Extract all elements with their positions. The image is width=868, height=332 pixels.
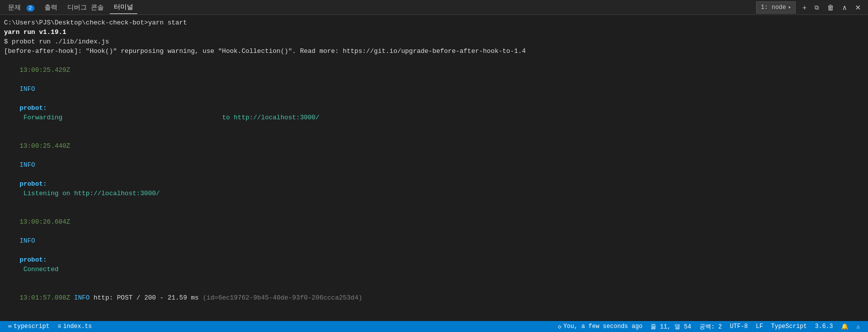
menu-terminal[interactable]: 터미널 [110, 0, 137, 14]
menu-debug-label: 디버그 콘솔 [67, 4, 104, 11]
terminal-output[interactable]: C:\Users\PJS\Desktop\check-check-bot>yar… [0, 15, 868, 321]
terminal-line: yarn run v1.19.1 [4, 27, 864, 37]
menu-output[interactable]: 출력 [40, 1, 61, 14]
git-status-item[interactable]: ◇ You, a few seconds ago [554, 321, 646, 332]
menu-output-label: 출력 [44, 4, 57, 11]
file-label: index.ts [63, 323, 92, 330]
close-terminal-button[interactable]: ✕ [852, 2, 864, 12]
menu-debug[interactable]: 디버그 콘솔 [63, 1, 108, 14]
menu-problem[interactable]: 문제 2 [4, 1, 38, 14]
line-ending-item[interactable]: LF [752, 321, 767, 332]
terminal-line: $ probot run ./lib/index.js [4, 37, 864, 46]
terminal-line: 13:01:57.098Z INFO http: POST / 200 - 21… [4, 284, 864, 312]
typescript-icon: ⌨ [8, 323, 11, 331]
warning-icon: ⚠ [857, 323, 860, 331]
warnings-item[interactable]: ⚠ [853, 321, 864, 332]
status-bar-right: ◇ You, a few seconds ago 줄 11, 열 54 공백: … [554, 321, 864, 332]
terminal-selector-value: 1: node [761, 4, 786, 11]
terminal-selector[interactable]: 1: node ▾ [756, 1, 795, 13]
terminal-line: 13:00:25.429Z INFO probot: Forwarding to… [4, 56, 864, 132]
terminal-line: C:\Users\PJS\Desktop\check-check-bot>yar… [4, 18, 864, 27]
git-icon: ◇ [558, 323, 561, 331]
terminal-line: 13:00:25.440Z INFO probot: Listening on … [4, 132, 864, 208]
menu-problem-label: 문제 [8, 4, 21, 11]
split-terminal-button[interactable]: ⧉ [812, 2, 822, 12]
spaces-label: 공백: 2 [699, 323, 722, 331]
encoding-item[interactable]: UTF-8 [726, 321, 752, 332]
delete-terminal-button[interactable]: 🗑 [824, 2, 837, 12]
cursor-position-label: 줄 11, 열 54 [650, 323, 691, 331]
terminal-line: [before-after-hook]: "Hook()" repurposin… [4, 46, 864, 56]
notifications-item[interactable]: 🔔 [837, 321, 853, 332]
terminal-line: 13:00:26.604Z INFO probot: Connected [4, 208, 864, 284]
problem-badge: 2 [26, 5, 34, 11]
status-bar-left: ⌨ typescript ≡ index.ts [4, 321, 96, 332]
language-item[interactable]: TypeScript [767, 321, 811, 332]
add-terminal-button[interactable]: + [800, 2, 810, 12]
git-label: You, a few seconds ago [564, 323, 642, 330]
status-bar: ⌨ typescript ≡ index.ts ◇ You, a few sec… [0, 321, 868, 332]
line-ending-label: LF [756, 323, 763, 330]
bell-icon: 🔔 [841, 323, 849, 331]
file-icon: ≡ [57, 323, 61, 330]
chevron-down-icon: ▾ [788, 4, 791, 10]
terminal-line: 13:01:57.103Z INFO probot: POST http://l… [4, 312, 864, 321]
ts-version-item[interactable]: 3.6.3 [811, 321, 837, 332]
menu-bar: 문제 2 출력 디버그 콘솔 터미널 1: node ▾ + ⧉ 🗑 ∧ ✕ [0, 0, 868, 15]
typescript-status-item[interactable]: ⌨ typescript [4, 321, 53, 332]
chevron-up-button[interactable]: ∧ [839, 2, 850, 12]
spaces-item[interactable]: 공백: 2 [695, 321, 726, 332]
typescript-label: typescript [13, 323, 49, 330]
language-label: TypeScript [771, 323, 807, 330]
menu-terminal-label: 터미널 [114, 3, 133, 11]
encoding-label: UTF-8 [730, 323, 748, 330]
file-status-item[interactable]: ≡ index.ts [53, 321, 96, 332]
terminal-actions: + ⧉ 🗑 ∧ ✕ [800, 2, 864, 12]
cursor-position-item[interactable]: 줄 11, 열 54 [646, 321, 695, 332]
ts-version-label: 3.6.3 [815, 323, 833, 330]
